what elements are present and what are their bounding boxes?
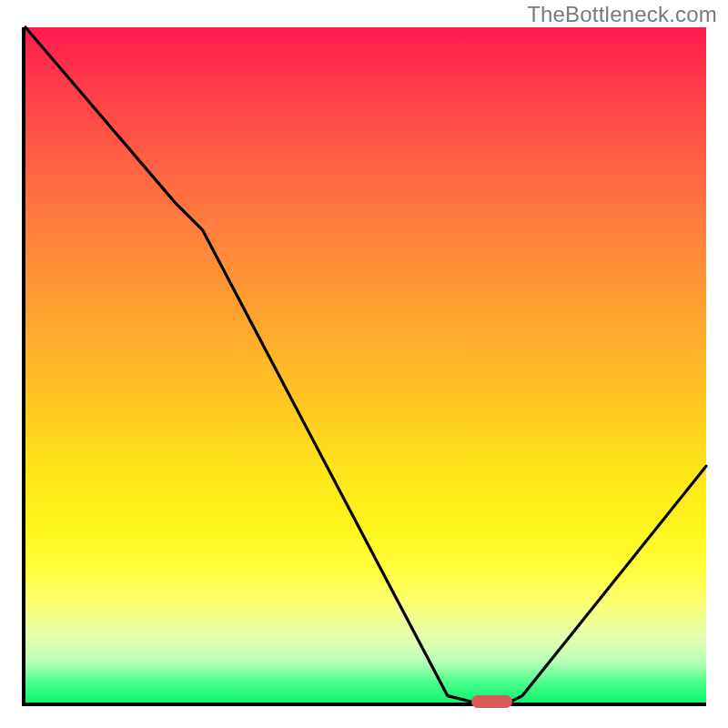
watermark-text: TheBottleneck.com xyxy=(527,2,717,27)
bottleneck-curve xyxy=(25,27,706,703)
plot-area xyxy=(22,27,706,706)
chart-container: TheBottleneck.com xyxy=(0,0,728,728)
optimal-range-marker xyxy=(471,695,512,708)
